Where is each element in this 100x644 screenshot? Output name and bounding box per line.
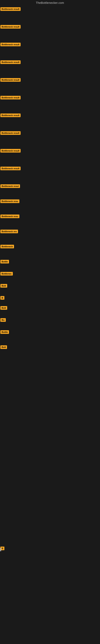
bottleneck-badge[interactable]: Bo xyxy=(0,318,6,322)
list-item: Bottleneck result xyxy=(0,23,100,41)
list-item: Bottle xyxy=(0,258,100,270)
list-item xyxy=(0,430,100,462)
list-item: Bottleneck resu xyxy=(0,198,100,212)
bottleneck-badge[interactable]: Bottleneck result xyxy=(0,96,21,100)
bottleneck-badge[interactable]: Bottleneck result xyxy=(0,60,21,64)
bottleneck-badge[interactable]: Bottleneck result xyxy=(0,114,21,117)
list-item: Bottleneck xyxy=(0,243,100,258)
list-item: B xyxy=(0,544,100,555)
bottleneck-badge[interactable]: Bottleneck resu xyxy=(0,214,19,218)
list-item: B xyxy=(0,294,100,304)
list-item xyxy=(0,398,100,430)
list-item: Bolt xyxy=(0,343,100,366)
list-item: Bottleneck result xyxy=(0,94,100,112)
bottleneck-badge[interactable]: Bottleneck xyxy=(0,245,14,248)
list-item: Bottleneck result xyxy=(0,129,100,147)
bottleneck-badge[interactable]: Bottleneck result xyxy=(0,7,21,11)
list-item xyxy=(0,366,100,398)
bottleneck-badge[interactable]: Bottle xyxy=(0,260,9,264)
bottleneck-badge[interactable]: Bottleneck result xyxy=(0,78,21,82)
list-item: Bottleneck result xyxy=(0,164,100,182)
list-item: Bo xyxy=(0,316,100,328)
bottleneck-badge[interactable]: Bottlenec xyxy=(0,272,13,276)
list-item xyxy=(0,462,100,494)
list-item: Bottleneck resul xyxy=(0,182,100,198)
bottleneck-badge[interactable]: Bottleneck result xyxy=(0,25,21,28)
list-item: Bottleneck result xyxy=(0,5,100,23)
site-title: TheBottlenecker.com xyxy=(0,0,100,5)
bottleneck-badge[interactable]: Bottleneck result xyxy=(0,43,21,46)
bottleneck-badge[interactable]: Bottleneck result xyxy=(0,131,21,135)
list-item xyxy=(0,494,100,544)
list-item: Bottleneck result xyxy=(0,41,100,58)
list-item: Bottleneck res xyxy=(0,228,100,243)
list-item: Bottleneck result xyxy=(0,58,100,76)
page-wrapper: TheBottlenecker.com Bottleneck resultBot… xyxy=(0,0,100,555)
list-item: Bottleneck resu xyxy=(0,212,100,228)
bottleneck-badge[interactable]: Bottleneck res xyxy=(0,230,18,233)
bottleneck-badge[interactable]: Bott xyxy=(0,284,7,288)
cursor-indicator xyxy=(0,548,1,551)
list-item: Bottlenec xyxy=(0,270,100,282)
bottleneck-badge[interactable]: Bottleneck result xyxy=(0,149,21,152)
bottleneck-badge[interactable]: Bott xyxy=(0,306,7,310)
list-item: Bottleneck result xyxy=(0,147,100,164)
bottleneck-badge[interactable]: Bottleneck result xyxy=(0,167,21,170)
bottleneck-badge[interactable]: Bottleneck resu xyxy=(0,200,19,203)
list-item: Bottle xyxy=(0,328,100,343)
bottleneck-badge[interactable]: Bottle xyxy=(0,330,9,334)
bottleneck-badge[interactable]: Bottleneck resul xyxy=(0,184,20,188)
list-item: Bottleneck result xyxy=(0,76,100,94)
list-item: Bottleneck result xyxy=(0,112,100,129)
bottleneck-badge[interactable]: B xyxy=(0,296,4,300)
list-item: Bott xyxy=(0,304,100,316)
bottleneck-badge[interactable]: Bolt xyxy=(0,345,7,349)
rows-container: Bottleneck resultBottleneck resultBottle… xyxy=(0,5,100,555)
list-item: Bott xyxy=(0,282,100,294)
